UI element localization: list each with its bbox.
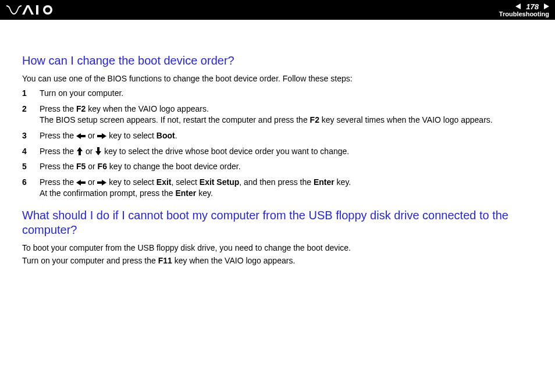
svg-point-2: [45, 8, 51, 13]
body-p2: Turn on your computer and press the F11 …: [22, 256, 535, 265]
step-4: Press the or key to select the drive who…: [22, 146, 535, 157]
svg-marker-10: [97, 180, 106, 186]
svg-marker-9: [76, 180, 86, 186]
page-content: How can I change the boot device order? …: [0, 20, 555, 265]
body-p1: To boot your computer from the USB flopp…: [22, 243, 535, 252]
step-3: Press the or key to select Boot.: [22, 130, 535, 141]
step-6: Press the or key to select Exit, select …: [22, 177, 535, 199]
arrow-right-icon: [97, 133, 106, 140]
step-2: Press the F2 key when the VAIO logo appe…: [22, 104, 535, 126]
svg-marker-5: [76, 133, 86, 139]
arrow-up-icon: [76, 147, 83, 155]
heading-boot-order: How can I change the boot device order?: [22, 54, 535, 68]
header-right: 178 Troubleshooting: [499, 3, 549, 17]
arrow-right-icon: [97, 179, 106, 186]
page-number: 178: [526, 3, 539, 10]
svg-marker-4: [544, 3, 549, 9]
vaio-logo: [6, 4, 62, 16]
svg-marker-8: [95, 147, 101, 155]
arrow-left-icon: [76, 133, 86, 140]
steps-list: Turn on your computer. Press the F2 key …: [22, 88, 535, 199]
svg-rect-0: [36, 5, 38, 15]
arrow-left-icon: [76, 179, 86, 186]
arrow-down-icon: [95, 147, 102, 155]
next-page-arrow[interactable]: [541, 3, 549, 9]
page-navigation: 178: [515, 3, 549, 10]
step-1: Turn on your computer.: [22, 88, 535, 99]
heading-usb-boot: What should I do if I cannot boot my com…: [22, 208, 535, 237]
prev-page-arrow[interactable]: [515, 3, 524, 9]
intro-text: You can use one of the BIOS functions to…: [22, 74, 535, 83]
section-usb-boot: What should I do if I cannot boot my com…: [22, 208, 535, 265]
step-5: Press the F5 or F6 key to change the boo…: [22, 161, 535, 172]
svg-marker-6: [97, 133, 106, 139]
page-header: 178 Troubleshooting: [0, 0, 555, 20]
section-label: Troubleshooting: [499, 11, 549, 17]
svg-marker-7: [77, 147, 83, 155]
svg-marker-3: [515, 3, 521, 9]
